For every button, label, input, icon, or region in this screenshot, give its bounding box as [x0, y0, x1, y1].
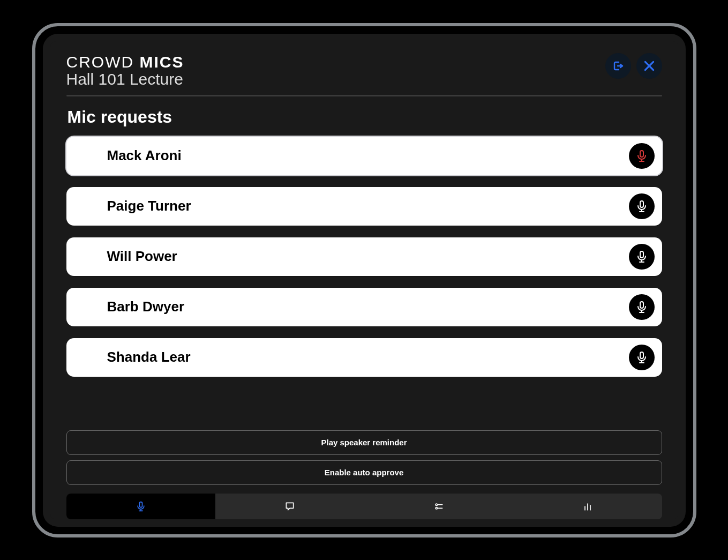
exit-icon	[612, 59, 625, 72]
svg-rect-17	[139, 502, 142, 507]
requester-name: Mack Aroni	[107, 147, 629, 164]
bar-chart-icon	[582, 501, 593, 512]
requester-name: Barb Dwyer	[107, 298, 629, 315]
auto-approve-label: Enable auto approve	[325, 468, 404, 477]
header-divider	[66, 95, 662, 96]
requester-name: Shanda Lear	[107, 349, 629, 365]
svg-rect-5	[640, 201, 643, 207]
microphone-icon	[635, 150, 648, 162]
tab-mic[interactable]	[66, 494, 215, 519]
tab-chat[interactable]	[215, 494, 364, 519]
microphone-icon	[635, 351, 648, 364]
tab-stats[interactable]	[513, 494, 662, 519]
play-reminder-button[interactable]: Play speaker reminder	[66, 430, 662, 455]
mic-request-row[interactable]: Paige Turner	[66, 187, 662, 226]
app-brand: CROWD MICS	[66, 53, 184, 71]
brand-light: CROWD	[66, 53, 134, 71]
mic-request-row[interactable]: Barb Dwyer	[66, 288, 662, 326]
svg-rect-8	[640, 251, 643, 258]
microphone-icon	[635, 301, 648, 313]
close-icon	[642, 59, 656, 73]
section-title: Mic requests	[67, 107, 662, 127]
tablet-frame: CROWD MICS Hall 101 Lecture	[32, 23, 696, 537]
microphone-icon	[136, 501, 146, 512]
requester-name: Paige Turner	[107, 198, 629, 214]
close-button[interactable]	[636, 53, 662, 79]
exit-button[interactable]	[605, 53, 631, 79]
sliders-icon	[433, 501, 444, 512]
tab-settings[interactable]	[364, 494, 513, 519]
titles: CROWD MICS Hall 101 Lecture	[66, 53, 184, 88]
svg-rect-14	[640, 352, 643, 359]
grant-mic-button[interactable]	[629, 193, 655, 219]
header: CROWD MICS Hall 101 Lecture	[66, 53, 662, 88]
grant-mic-button[interactable]	[629, 143, 655, 169]
header-actions	[605, 53, 662, 79]
svg-rect-2	[640, 151, 643, 157]
mic-request-list: Mack Aroni Paige Turner	[66, 137, 662, 377]
grant-mic-button[interactable]	[629, 294, 655, 320]
microphone-icon	[635, 200, 648, 213]
grant-mic-button[interactable]	[629, 244, 655, 270]
mic-request-row[interactable]: Shanda Lear	[66, 338, 662, 377]
session-subtitle: Hall 101 Lecture	[66, 70, 184, 88]
svg-point-20	[436, 504, 437, 505]
play-reminder-label: Play speaker reminder	[321, 438, 407, 447]
requester-name: Will Power	[107, 248, 629, 265]
mic-request-row[interactable]: Mack Aroni	[66, 137, 662, 175]
spacer	[66, 377, 662, 430]
screen: CROWD MICS Hall 101 Lecture	[50, 41, 678, 519]
brand-bold: MICS	[140, 53, 184, 71]
svg-point-22	[436, 507, 437, 509]
grant-mic-button[interactable]	[629, 345, 655, 370]
svg-rect-11	[640, 302, 643, 308]
mic-request-row[interactable]: Will Power	[66, 237, 662, 276]
bottom-tabbar	[66, 494, 662, 519]
microphone-icon	[635, 250, 648, 263]
enable-auto-approve-button[interactable]: Enable auto approve	[66, 460, 662, 485]
chat-icon	[284, 501, 295, 512]
